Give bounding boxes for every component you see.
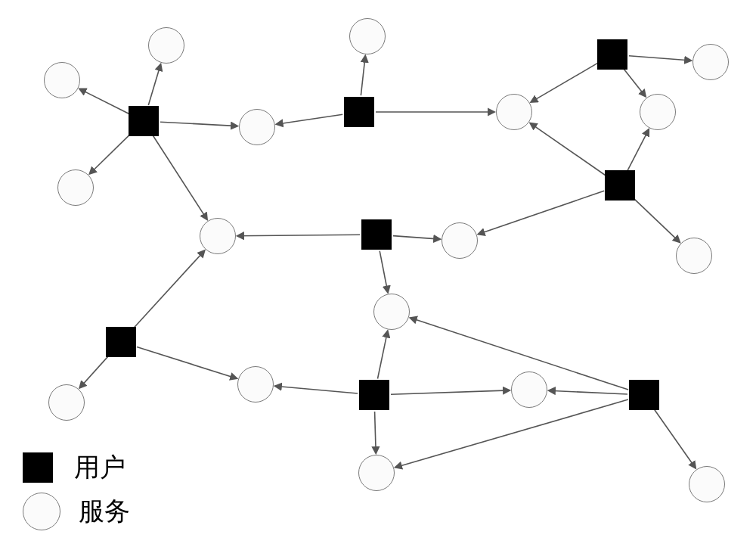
service-node-s4 (239, 109, 275, 145)
legend-user-label: 用户 (74, 450, 125, 485)
service-node-s12 (373, 294, 410, 330)
user-node-u3 (597, 39, 627, 70)
edge-u6-s11 (132, 250, 205, 330)
user-node-u8 (629, 380, 659, 410)
edge-u1-s2 (148, 64, 160, 105)
edge-u7-s13 (275, 386, 358, 393)
legend-service-label: 服务 (79, 494, 130, 529)
user-node-u2 (344, 97, 374, 127)
service-node-s2 (148, 27, 184, 64)
graph-stage: 用户 服务 (0, 0, 756, 544)
legend-swatch-service (23, 493, 60, 530)
edge-u2-s5 (361, 56, 365, 95)
legend: 用户 服务 (23, 443, 130, 530)
edge-u3-s6 (531, 63, 598, 102)
service-node-s16 (358, 455, 395, 491)
edge-u1-s11 (153, 135, 207, 220)
user-node-u6 (106, 327, 136, 357)
legend-swatch-user (23, 452, 53, 483)
edge-u8-s15 (549, 390, 627, 394)
edge-u4-s10 (479, 191, 605, 234)
edge-u1-s3 (90, 132, 132, 173)
edge-u7-s16 (375, 412, 376, 453)
edge-u2-s4 (277, 114, 343, 124)
service-node-s15 (511, 371, 547, 408)
service-node-s14 (48, 384, 85, 421)
edge-u4-s6 (530, 123, 606, 176)
edge-u4-s7 (627, 129, 649, 170)
service-node-s8 (692, 44, 729, 80)
service-node-s17 (689, 466, 725, 502)
edge-u6-s13 (137, 347, 237, 379)
legend-row-service: 服务 (23, 493, 130, 530)
user-node-u7 (359, 380, 389, 410)
edge-u6-s14 (79, 354, 110, 387)
edge-u5-s10 (393, 236, 440, 240)
edge-u1-s1 (79, 89, 129, 114)
edge-u1-s4 (160, 122, 237, 126)
edge-u5-s12 (380, 251, 388, 293)
service-node-s10 (442, 222, 478, 259)
legend-row-user: 用户 (23, 450, 130, 485)
edge-u8-s17 (654, 409, 696, 468)
edge-u7-s15 (391, 390, 510, 394)
user-node-u1 (129, 106, 159, 136)
service-node-s5 (349, 18, 386, 54)
user-node-u4 (605, 170, 635, 201)
service-node-s7 (640, 94, 676, 130)
edge-u3-s7 (623, 67, 646, 96)
service-node-s6 (496, 94, 532, 130)
service-node-s9 (676, 238, 712, 274)
edge-u8-s16 (395, 399, 628, 468)
edge-u7-s12 (378, 331, 388, 378)
edge-u5-s11 (237, 235, 360, 236)
user-node-u5 (361, 219, 392, 250)
service-node-s11 (200, 218, 236, 254)
edge-u4-s9 (632, 197, 680, 242)
service-node-s3 (57, 169, 94, 206)
service-node-s1 (44, 62, 80, 98)
edge-u3-s8 (629, 56, 691, 61)
service-node-s13 (237, 366, 274, 403)
